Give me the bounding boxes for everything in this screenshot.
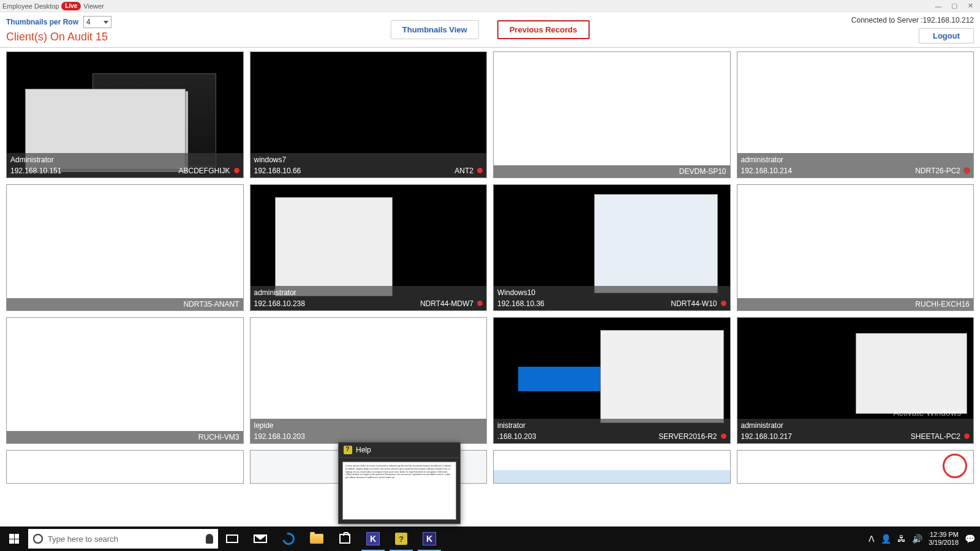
microphone-icon — [206, 534, 213, 544]
client-thumbnail[interactable]: administrator192.168.10.214NDRT26-PC2 — [737, 51, 974, 178]
thumbnail-footer: administrator192.168.10.214NDRT26-PC2 — [737, 153, 974, 178]
maximize-button[interactable]: ▢ — [947, 1, 962, 11]
close-button[interactable]: ✕ — [963, 1, 978, 11]
client-thumbnail[interactable] — [493, 450, 731, 484]
recording-indicator-icon — [477, 301, 483, 306]
client-screen-preview — [737, 185, 974, 310]
client-thumbnail[interactable]: RUCHI-VM3 — [6, 317, 244, 444]
taskbar-time: 12:39 PM — [929, 531, 959, 539]
task-view-button[interactable] — [218, 527, 246, 551]
taskbar-help[interactable]: ? — [387, 527, 415, 551]
thumbnail-footer: lepide192.168.10.203 — [251, 419, 487, 443]
thumbnail-footer: administrator192.168.10.217SHEETAL-PC2 — [737, 419, 974, 443]
taskbar-clock[interactable]: 12:39 PM 3/19/2018 — [929, 531, 959, 547]
thumbnail-footer: Windows10192.168.10.36NDRT44-W10 — [494, 286, 730, 310]
start-button[interactable] — [0, 527, 28, 551]
client-hostname: NDRT26-PC2 — [915, 167, 960, 175]
client-screen-preview — [7, 318, 243, 443]
client-ip: .168.10.203 — [497, 431, 536, 442]
client-thumbnail[interactable]: windows7192.168.10.66ANT2 — [250, 51, 488, 178]
recording-indicator-icon — [477, 168, 483, 173]
recording-indicator-icon — [234, 168, 239, 173]
toolbar: Thumbnails per Row 4 Client(s) On Audit … — [0, 12, 980, 48]
people-icon[interactable]: 👤 — [881, 534, 891, 544]
client-hostname: NDRT35-ANANT — [183, 299, 239, 310]
system-tray: ᐱ 👤 🖧 🔊 12:39 PM 3/19/2018 💬 — [869, 531, 980, 547]
live-badge: Live — [61, 2, 81, 10]
client-username: administrator — [741, 420, 783, 431]
client-ip: 192.168.10.214 — [741, 165, 792, 176]
logout-button[interactable]: Logout — [919, 28, 974, 43]
taskbar-app-k1[interactable]: K — [359, 527, 387, 551]
recording-indicator-icon — [721, 433, 726, 439]
client-thumbnail[interactable]: Windows10192.168.10.36NDRT44-W10 — [493, 184, 731, 311]
client-screen-preview — [7, 185, 243, 310]
taskbar-search[interactable]: Type here to search — [28, 529, 218, 549]
client-username: lepide — [254, 420, 274, 431]
task-view-icon — [226, 534, 238, 543]
thumbnail-footer: inistrator.168.10.203SERVER2016-R2 — [494, 419, 730, 443]
thumbnails-per-row-label: Thumbnails per Row — [6, 18, 78, 26]
thumbnails-view-button[interactable]: Thumbnails View — [391, 20, 479, 39]
client-thumbnail[interactable]: lepide192.168.10.203 — [250, 317, 488, 444]
connection-status: Connected to Server :192.168.10.212 — [851, 16, 974, 24]
search-placeholder: Type here to search — [48, 534, 118, 544]
tray-chevron-icon[interactable]: ᐱ — [869, 534, 875, 544]
thumbnail-footer: administrator192.168.10.238NDRT44-MDW7 — [251, 286, 487, 310]
thumbnails-grid: Administrator192.168.10.151ABCDEFGHIJKwi… — [6, 51, 974, 444]
client-hostname: ABCDEFGHIJK — [178, 167, 230, 175]
audit-title: Client(s) On Audit 15 — [6, 31, 111, 43]
thumbnails-grid-wrap[interactable]: Administrator192.168.10.151ABCDEFGHIJKwi… — [0, 48, 980, 527]
client-hostname: DEVDM-SP10 — [679, 166, 726, 177]
mail-icon — [254, 534, 267, 543]
help-preview-thumbnail[interactable]: Lorem ipsum dolor sit amet consectetur a… — [342, 462, 456, 520]
client-thumbnail[interactable]: NDRT35-ANANT — [6, 184, 244, 311]
volume-icon[interactable]: 🔊 — [912, 534, 922, 544]
thumbnails-grid-partial — [6, 450, 974, 484]
client-thumbnail[interactable]: administrator192.168.10.238NDRT44-MDW7 — [250, 184, 488, 311]
client-thumbnail[interactable]: RUCHI-EXCH16 — [737, 184, 974, 311]
client-username: windows7 — [254, 154, 287, 165]
client-ip: 192.168.10.36 — [497, 298, 545, 309]
edge-icon — [280, 530, 296, 547]
client-hostname: SERVER2016-R2 — [658, 432, 717, 441]
client-thumbnail[interactable]: Activate Windowsadministrator192.168.10.… — [737, 317, 974, 444]
client-thumbnail[interactable] — [6, 450, 244, 484]
client-thumbnail[interactable]: inistrator.168.10.203SERVER2016-R2 — [493, 317, 731, 444]
taskbar-app-k2[interactable]: K — [415, 527, 443, 551]
client-thumbnail[interactable]: DEVDM-SP10 — [493, 51, 731, 178]
minimize-button[interactable]: — — [931, 1, 946, 11]
thumbnails-per-row-select[interactable]: 4 — [83, 16, 111, 28]
client-thumbnail[interactable] — [737, 450, 974, 484]
taskbar-store[interactable] — [331, 527, 359, 551]
client-username: Windows10 — [497, 287, 535, 298]
notifications-icon[interactable]: 💬 — [965, 534, 975, 544]
window-titlebar: Employee Desktop Live Viewer — ▢ ✕ — [0, 0, 980, 12]
help-icon: ? — [395, 533, 407, 545]
chevron-down-icon — [104, 21, 108, 24]
recording-indicator-icon — [721, 301, 726, 306]
previous-records-button[interactable]: Previous Records — [497, 20, 590, 39]
client-hostname: NDRT44-MDW7 — [420, 299, 473, 308]
app-title: Employee Desktop Live Viewer — [2, 2, 104, 10]
client-ip: 192.168.10.217 — [741, 431, 792, 442]
taskbar-mail[interactable] — [246, 527, 274, 551]
thumbnail-footer: RUCHI-VM3 — [7, 431, 243, 443]
client-hostname: RUCHI-VM3 — [198, 432, 239, 443]
thumbnail-footer: Administrator192.168.10.151ABCDEFGHIJK — [7, 153, 243, 178]
help-popup-title: Help — [356, 446, 371, 454]
client-ip: 192.168.10.238 — [254, 298, 305, 309]
client-username: inistrator — [497, 420, 526, 431]
recording-indicator-icon — [964, 168, 970, 173]
thumbnail-footer: NDRT35-ANANT — [7, 298, 243, 310]
client-ip: 192.168.10.203 — [254, 431, 305, 442]
taskbar-edge[interactable] — [274, 527, 303, 551]
client-hostname: NDRT44-W10 — [671, 299, 717, 308]
network-icon[interactable]: 🖧 — [897, 534, 906, 544]
help-icon — [344, 446, 352, 454]
folder-icon — [310, 534, 323, 544]
k-app-icon: K — [423, 532, 436, 545]
taskbar-file-explorer[interactable] — [303, 527, 331, 551]
client-hostname: SHEETAL-PC2 — [911, 432, 960, 441]
client-thumbnail[interactable]: Administrator192.168.10.151ABCDEFGHIJK — [6, 51, 244, 178]
